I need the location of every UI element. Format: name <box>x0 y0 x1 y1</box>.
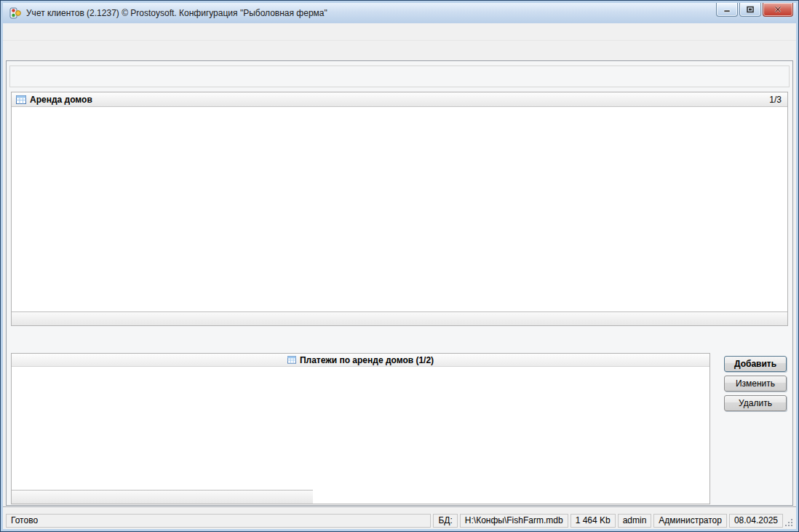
grid-icon <box>287 356 296 364</box>
main-grid-empty-area <box>12 107 787 311</box>
title-bar[interactable]: Учет клиентов (2.1237) © Prostoysoft. Ко… <box>3 3 796 23</box>
sub-grid-panel: Платежи по аренде домов (1/2) <box>11 353 710 504</box>
sub-grid-empty-area <box>12 367 709 490</box>
edit-button[interactable]: Изменить <box>724 376 787 392</box>
main-panel-title: Аренда домов <box>30 95 92 105</box>
main-tab-strip <box>3 41 796 61</box>
sub-panel-title: Платежи по аренде домов (1/2) <box>300 355 434 365</box>
sub-panel-buttons: Добавить Изменить Удалить <box>724 356 787 415</box>
close-button[interactable] <box>763 3 793 17</box>
status-divider <box>3 507 796 512</box>
minimize-button[interactable] <box>716 3 738 17</box>
app-window: Учет клиентов (2.1237) © Prostoysoft. Ко… <box>0 0 799 532</box>
window-title: Учет клиентов (2.1237) © Prostoysoft. Ко… <box>26 8 327 18</box>
delete-button[interactable]: Удалить <box>724 395 787 411</box>
resize-grip[interactable] <box>784 514 795 528</box>
status-bar: Готово БД: H:\Конфы\FishFarm.mdb 1 464 K… <box>3 512 796 529</box>
main-grid-panel: Аренда домов 1/3 <box>11 92 788 326</box>
sub-panel-header: Платежи по аренде домов (1/2) <box>12 354 709 367</box>
status-date: 08.04.2025 <box>729 514 783 528</box>
status-role: Администратор <box>653 514 727 528</box>
menu-bar <box>3 23 796 41</box>
sub-tab-strip <box>7 330 792 354</box>
status-db-label: БД: <box>433 514 457 528</box>
sub-area: Платежи по аренде домов (1/2) Добавить И… <box>7 354 792 505</box>
add-button[interactable]: Добавить <box>724 356 787 372</box>
status-ready: Готово <box>6 514 431 528</box>
status-db-path: H:\Конфы\FishFarm.mdb <box>460 514 568 528</box>
sub-grid-summary-row <box>12 490 313 504</box>
main-grid-summary-row <box>12 311 787 325</box>
main-panel-header: Аренда домов 1/3 <box>12 92 787 107</box>
app-icon <box>9 7 22 19</box>
tab-page: Аренда домов 1/3 Платежи по аренде домов… <box>6 60 793 506</box>
status-user: admin <box>618 514 652 528</box>
toolbar <box>9 65 790 87</box>
maximize-button[interactable] <box>739 3 761 17</box>
status-db-size: 1 464 Kb <box>571 514 616 528</box>
record-pager: 1/3 <box>769 95 782 105</box>
grid-icon <box>16 95 26 104</box>
